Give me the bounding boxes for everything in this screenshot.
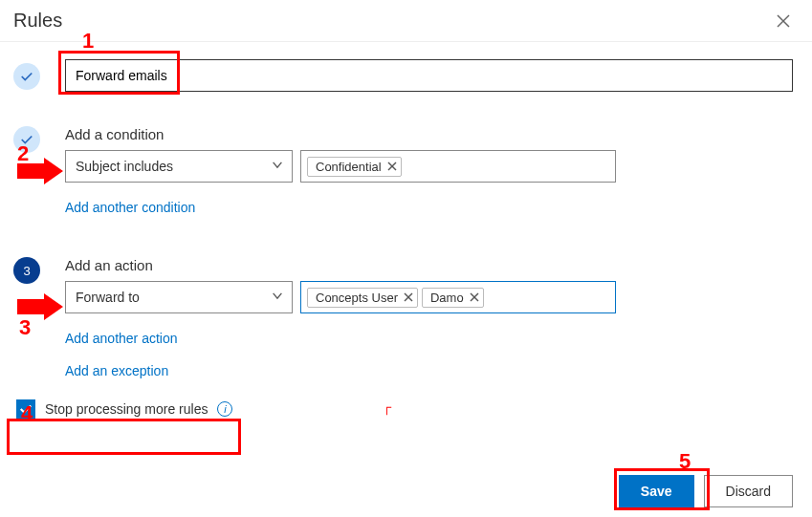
dialog-title: Rules <box>13 10 62 32</box>
recipient-token: Concepts User <box>307 288 418 308</box>
dialog-header: Rules <box>0 0 812 42</box>
action-type-select[interactable]: Forward to <box>65 281 293 313</box>
stop-processing-label: Stop processing more rules <box>45 401 208 417</box>
condition-type-select[interactable]: Subject includes <box>65 150 293 183</box>
condition-type-value: Subject includes <box>76 159 173 174</box>
annotation-number: 5 <box>679 449 691 474</box>
action-title: Add an action <box>65 257 793 273</box>
chevron-down-icon <box>271 290 284 306</box>
recipient-token-label: Concepts User <box>316 291 398 305</box>
step-indicator-action: 3 <box>13 257 40 284</box>
remove-token-icon[interactable] <box>387 162 397 171</box>
discard-button[interactable]: Discard <box>704 475 793 507</box>
condition-title: Add a condition <box>65 126 793 142</box>
remove-token-icon[interactable] <box>404 292 413 302</box>
condition-token: Confidential <box>307 157 402 177</box>
info-icon[interactable]: i <box>217 401 232 417</box>
close-icon[interactable] <box>774 11 793 31</box>
dialog-footer: Save Discard <box>619 475 793 507</box>
action-type-value: Forward to <box>76 290 140 305</box>
save-button[interactable]: Save <box>619 475 694 507</box>
condition-value-input[interactable]: Confidential <box>300 150 616 183</box>
action-recipients-input[interactable]: Concepts User Damo <box>300 281 616 313</box>
dialog-content: Add a condition Subject includes Confide… <box>0 42 812 419</box>
step-indicator-name <box>13 63 40 90</box>
chevron-down-icon <box>271 159 284 175</box>
annotation-box <box>7 419 241 455</box>
annotation-mark: ┌ <box>383 399 391 414</box>
recipient-token-label: Damo <box>430 291 464 305</box>
step-indicator-condition <box>13 126 40 153</box>
add-exception-link[interactable]: Add an exception <box>65 363 793 378</box>
rule-name-input[interactable] <box>65 59 793 92</box>
stop-processing-checkbox[interactable] <box>16 399 35 419</box>
remove-token-icon[interactable] <box>470 292 479 302</box>
condition-token-label: Confidential <box>316 160 382 174</box>
add-action-link[interactable]: Add another action <box>65 331 178 346</box>
add-condition-link[interactable]: Add another condition <box>65 200 195 215</box>
recipient-token: Damo <box>422 288 484 308</box>
